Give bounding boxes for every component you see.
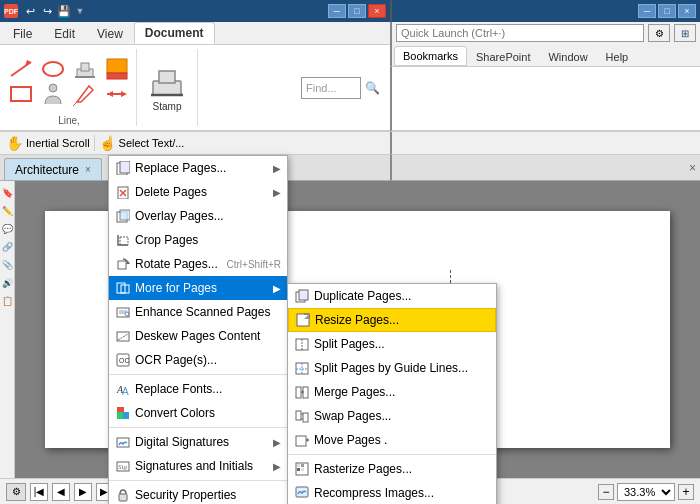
menu-item-rotate-pages[interactable]: Rotate Pages... Ctrl+Shift+R [109, 252, 287, 276]
inertial-scroll-label: Inertial Scroll [26, 137, 90, 149]
split-guide-label: Split Pages by Guide Lines... [314, 361, 468, 375]
sidebar-pencil-icon[interactable]: ✏️ [0, 203, 15, 218]
dropdown-arrow[interactable]: ▼ [73, 4, 87, 18]
deskew-icon [115, 328, 131, 344]
menu-item-convert-colors[interactable]: Convert Colors [109, 401, 287, 425]
maximize-btn[interactable]: □ [348, 4, 366, 18]
submenu-split-pages[interactable]: Split Pages... [288, 332, 496, 356]
select-text-btn[interactable]: ☝ Select Text/... [99, 135, 185, 151]
right-panel-close-btn[interactable]: × [689, 161, 696, 175]
ellipse-tool-btn[interactable] [38, 57, 68, 81]
right-tab-bar: × [390, 155, 700, 181]
next-page-btn[interactable]: ▶ [74, 483, 92, 501]
menu-item-crop-pages[interactable]: Crop Pages [109, 228, 287, 252]
person-icon-btn[interactable] [38, 82, 68, 106]
sigs-initials-icon: Sig [115, 458, 131, 474]
right-maximize-btn[interactable]: □ [658, 4, 676, 18]
prev-page-btn[interactable]: ◀ [52, 483, 70, 501]
app-icon: PDF [4, 4, 18, 18]
tab-document[interactable]: Document [134, 22, 215, 44]
fill-tool-btn[interactable] [102, 57, 132, 81]
right-window-controls: ─ □ × [638, 4, 696, 18]
quick-launch-input[interactable] [396, 24, 644, 42]
find-input[interactable]: Find... [301, 77, 361, 99]
submenu-rasterize[interactable]: Rasterize Pages... [288, 457, 496, 481]
menu-item-overlay-pages[interactable]: Overlay Pages... [109, 204, 287, 228]
svg-marker-74 [307, 438, 309, 442]
svg-rect-69 [303, 413, 308, 422]
close-btn[interactable]: × [368, 4, 386, 18]
menu-item-delete-pages[interactable]: Delete Pages ▶ [109, 180, 287, 204]
right-close-btn[interactable]: × [678, 4, 696, 18]
tab-file[interactable]: File [2, 23, 43, 44]
tab-close-icon[interactable]: × [85, 164, 91, 175]
security-props-label: Security Properties [135, 488, 236, 502]
tab-view[interactable]: View [86, 23, 134, 44]
tab-bookmarks[interactable]: Bookmarks [394, 46, 467, 66]
submenu-recompress[interactable]: Recompress Images... [288, 481, 496, 504]
stamp-tool-btn[interactable] [70, 57, 100, 81]
submenu-duplicate-pages[interactable]: Duplicate Pages... [288, 284, 496, 308]
tab-help[interactable]: Help [597, 47, 638, 66]
sidebar-bookmark-icon[interactable]: 🔖 [0, 185, 15, 200]
menu-item-sigs-initials[interactable]: Sig Signatures and Initials ▶ [109, 454, 287, 478]
zoom-in-btn[interactable]: + [678, 484, 694, 500]
svg-rect-76 [297, 464, 300, 467]
toolbar-separator [94, 135, 95, 151]
pen-tool-btn[interactable] [70, 82, 100, 106]
menu-sep-2 [109, 427, 287, 428]
launch-icon-btn[interactable]: ⚙ [648, 24, 670, 42]
find-icon[interactable]: 🔍 [365, 81, 380, 95]
inertial-scroll-btn[interactable]: ✋ Inertial Scroll [6, 135, 90, 151]
menu-item-enhance-scanned[interactable]: Enhance Scanned Pages [109, 300, 287, 324]
menu-item-security-props[interactable]: Security Properties [109, 483, 287, 504]
submenu-split-guide[interactable]: Split Pages by Guide Lines... [288, 356, 496, 380]
submenu-merge-pages[interactable]: Merge Pages... [288, 380, 496, 404]
architecture-tab[interactable]: Architecture × [4, 158, 102, 180]
svg-rect-65 [303, 387, 308, 398]
menu-item-replace-pages[interactable]: Replace Pages... ▶ [109, 156, 287, 180]
tab-edit[interactable]: Edit [43, 23, 86, 44]
menu-sep-1 [109, 374, 287, 375]
redo-btn[interactable]: ↪ [39, 4, 55, 18]
tab-sharepoint[interactable]: SharePoint [467, 47, 539, 66]
sidebar-link-icon[interactable]: 🔗 [0, 239, 15, 254]
swap-pages-icon [294, 408, 310, 424]
svg-rect-68 [296, 411, 301, 420]
dup-pages-icon [294, 288, 310, 304]
merge-pages-icon [294, 384, 310, 400]
zoom-select[interactable]: 33.3% [617, 483, 675, 501]
sidebar-sound-icon[interactable]: 🔊 [0, 275, 15, 290]
find-area: Find... 🔍 [293, 49, 388, 126]
undo-btn[interactable]: ↩ [22, 4, 38, 18]
submenu-swap-pages[interactable]: Swap Pages... [288, 404, 496, 428]
right-minimize-btn[interactable]: ─ [638, 4, 656, 18]
settings-gear-btn[interactable]: ⚙ [6, 483, 26, 501]
split-pages-label: Split Pages... [314, 337, 385, 351]
stamp-big-btn[interactable]: Stamp [145, 60, 189, 115]
replace-pages-icon [115, 160, 131, 176]
menu-item-deskew[interactable]: Deskew Pages Content [109, 324, 287, 348]
menu-item-more-for-pages[interactable]: More for Pages ▶ [109, 276, 287, 300]
minimize-btn[interactable]: ─ [328, 4, 346, 18]
arrow-tool-btn[interactable] [6, 57, 36, 81]
grid-icon-btn[interactable]: ⊞ [674, 24, 696, 42]
zoom-out-btn[interactable]: − [598, 484, 614, 500]
svg-text:A: A [122, 386, 129, 396]
menu-item-replace-fonts[interactable]: AA Replace Fonts... [109, 377, 287, 401]
rectangle-tool-btn[interactable] [6, 82, 36, 106]
submenu-resize-pages[interactable]: Resize Pages... [288, 308, 496, 332]
arrow2-tool-btn[interactable] [102, 82, 132, 106]
svg-rect-2 [11, 87, 31, 101]
sidebar-attach-icon[interactable]: 📎 [0, 257, 15, 272]
save-btn[interactable]: 💾 [56, 4, 72, 18]
sidebar-comment-icon[interactable]: 💬 [0, 221, 15, 236]
submenu-move-pages[interactable]: Move Pages . [288, 428, 496, 452]
svg-rect-54 [299, 290, 308, 300]
tab-window[interactable]: Window [539, 47, 596, 66]
menu-item-ocr[interactable]: OCR OCR Page(s)... [109, 348, 287, 372]
first-page-btn[interactable]: |◀ [30, 483, 48, 501]
menu-item-digital-sigs[interactable]: Digital Signatures ▶ [109, 430, 287, 454]
sidebar-stamp-icon[interactable]: 📋 [0, 293, 15, 308]
svg-rect-72 [296, 436, 306, 446]
